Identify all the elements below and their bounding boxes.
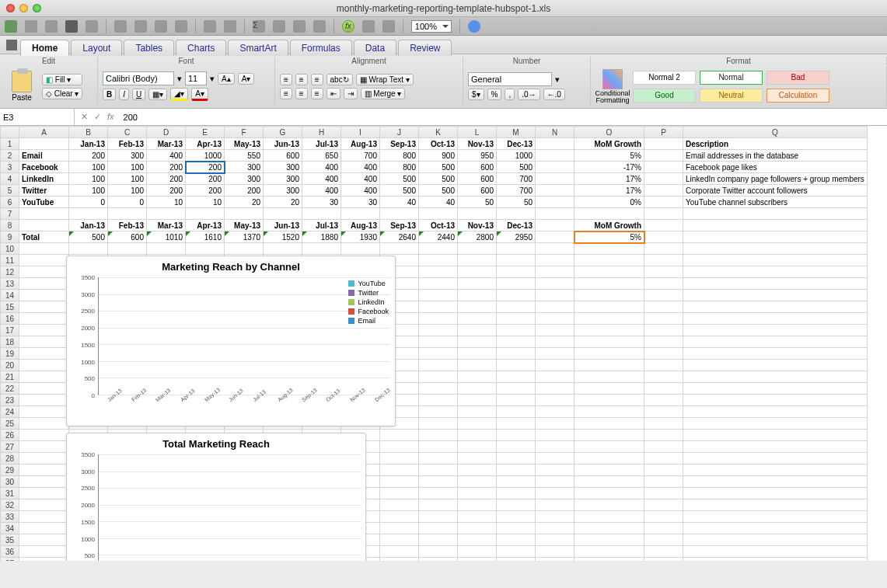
cell[interactable] xyxy=(19,395,69,406)
col-header[interactable]: N xyxy=(536,127,574,138)
cell[interactable]: 400 xyxy=(341,185,380,197)
help-icon[interactable] xyxy=(468,20,480,33)
cell[interactable] xyxy=(683,523,868,534)
cell[interactable] xyxy=(419,406,458,418)
cell[interactable] xyxy=(19,430,69,441)
cell[interactable] xyxy=(574,441,644,453)
cell[interactable]: 1000 xyxy=(497,150,536,162)
cell[interactable] xyxy=(644,546,683,558)
cell[interactable]: Mar-13 xyxy=(147,138,186,150)
cell[interactable]: 17% xyxy=(574,173,644,185)
cell[interactable] xyxy=(419,278,458,290)
orientation-icon[interactable]: abc↻ xyxy=(327,74,353,85)
cell[interactable]: 200 xyxy=(147,185,186,197)
cell[interactable] xyxy=(19,325,69,336)
fx-icon[interactable]: fx xyxy=(107,112,114,122)
cell[interactable] xyxy=(419,348,458,360)
col-header[interactable]: F xyxy=(225,127,264,138)
cell[interactable] xyxy=(497,406,536,418)
cell[interactable] xyxy=(419,371,458,383)
cell[interactable]: 600 xyxy=(458,162,497,173)
cell[interactable]: 600 xyxy=(264,150,302,162)
cell[interactable]: 10 xyxy=(147,197,186,208)
cell[interactable] xyxy=(19,313,69,325)
cell[interactable]: Facebook page likes xyxy=(683,162,868,173)
percent-icon[interactable]: % xyxy=(487,89,502,100)
cell[interactable]: 100 xyxy=(69,162,108,173)
cell[interactable]: 100 xyxy=(108,162,147,173)
cell[interactable]: Jun-13 xyxy=(264,220,302,231)
cell[interactable]: 800 xyxy=(380,150,419,162)
cell[interactable] xyxy=(644,371,683,383)
cell[interactable] xyxy=(536,523,574,534)
decrease-decimal-icon[interactable]: ←.0 xyxy=(543,89,565,100)
cell[interactable] xyxy=(683,476,868,488)
cell[interactable]: 300 xyxy=(264,185,302,197)
toolbox-icon[interactable] xyxy=(382,20,395,33)
style-calculation[interactable]: Calculation xyxy=(767,89,829,103)
cell[interactable] xyxy=(186,208,225,220)
row-header[interactable]: 10 xyxy=(1,243,19,255)
cell[interactable] xyxy=(19,546,69,558)
row-header[interactable]: 9 xyxy=(1,231,19,243)
indent-dec-icon[interactable]: ⇤ xyxy=(327,88,340,99)
cell[interactable] xyxy=(574,418,644,430)
cell[interactable] xyxy=(19,255,69,266)
cell[interactable]: 20 xyxy=(264,197,302,208)
cell[interactable] xyxy=(644,406,683,418)
cell[interactable] xyxy=(497,511,536,523)
row-header[interactable]: 33 xyxy=(1,511,19,523)
cell[interactable] xyxy=(644,360,683,371)
cell[interactable] xyxy=(380,523,419,534)
cell[interactable]: Aug-13 xyxy=(341,138,380,150)
cell[interactable]: 300 xyxy=(264,162,302,173)
cell[interactable] xyxy=(19,348,69,360)
cell[interactable]: MoM Growth xyxy=(574,138,644,150)
cell[interactable] xyxy=(644,348,683,360)
cell[interactable] xyxy=(536,173,574,185)
cell[interactable] xyxy=(419,430,458,441)
cell[interactable] xyxy=(683,534,868,546)
cell[interactable] xyxy=(683,395,868,406)
cell[interactable] xyxy=(19,290,69,301)
cell[interactable] xyxy=(536,138,574,150)
row-header[interactable]: 32 xyxy=(1,499,19,511)
cell[interactable] xyxy=(458,278,497,290)
cell[interactable] xyxy=(644,383,683,395)
cell[interactable] xyxy=(497,453,536,464)
cell[interactable] xyxy=(108,243,147,255)
cell[interactable]: -17% xyxy=(574,162,644,173)
align-center-icon[interactable]: ≡ xyxy=(295,88,308,99)
project-gallery-icon[interactable] xyxy=(25,20,37,33)
cell[interactable]: 200 xyxy=(186,185,225,197)
align-top-icon[interactable]: ≡ xyxy=(280,74,292,85)
formula-input[interactable]: 200 xyxy=(120,113,887,122)
cell[interactable] xyxy=(458,208,497,220)
cell[interactable] xyxy=(458,266,497,278)
cell[interactable] xyxy=(458,488,497,499)
cell[interactable]: Nov-13 xyxy=(458,220,497,231)
cell[interactable] xyxy=(574,313,644,325)
cell[interactable]: Apr-13 xyxy=(186,220,225,231)
cell[interactable] xyxy=(644,418,683,430)
cell[interactable] xyxy=(419,301,458,313)
row-header[interactable]: 22 xyxy=(1,383,19,395)
cell[interactable] xyxy=(644,243,683,255)
cell[interactable] xyxy=(644,150,683,162)
col-header[interactable]: D xyxy=(147,127,186,138)
align-bottom-icon[interactable]: ≡ xyxy=(311,74,323,85)
cell[interactable] xyxy=(536,231,574,243)
cell[interactable]: 0 xyxy=(108,197,147,208)
cell[interactable]: 550 xyxy=(225,150,264,162)
cell[interactable] xyxy=(536,534,574,546)
cell[interactable] xyxy=(19,406,69,418)
cell[interactable]: 950 xyxy=(458,150,497,162)
cell[interactable] xyxy=(458,523,497,534)
cell[interactable] xyxy=(683,464,868,476)
cell[interactable] xyxy=(683,208,868,220)
cell[interactable] xyxy=(644,336,683,348)
wrap-text-button[interactable]: ▦ Wrap Text ▾ xyxy=(356,74,414,85)
row-header[interactable]: 26 xyxy=(1,430,19,441)
cell[interactable] xyxy=(644,185,683,197)
cell[interactable] xyxy=(536,197,574,208)
